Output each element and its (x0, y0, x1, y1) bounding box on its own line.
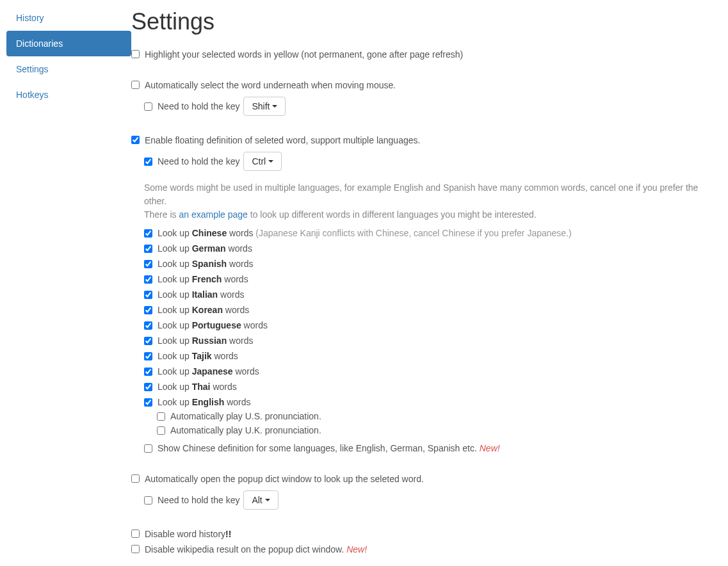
lang-checkbox-french[interactable] (144, 275, 152, 284)
autopopup-checkbox[interactable] (131, 474, 140, 483)
lang-label-tajik: Look up Tajik words (158, 350, 238, 362)
sidebar-nav: HistoryDictionariesSettingsHotkeys (6, 5, 131, 566)
lang-checkbox-german[interactable] (144, 245, 152, 253)
sidebar-item-settings[interactable]: Settings (6, 56, 131, 82)
lang-checkbox-korean[interactable] (144, 306, 152, 314)
lang-checkbox-english[interactable] (144, 398, 152, 407)
lang-checkbox-portuguese[interactable] (144, 321, 152, 330)
floating-holdkey-label: Need to hold the key (158, 155, 239, 168)
autopopup-holdkey-label: Need to hold the key (158, 494, 239, 506)
lang-label-french: Look up French words (158, 273, 248, 286)
lang-label-chinese: Look up Chinese words (Japanese Kanji co… (158, 227, 572, 239)
lang-label-english: Look up English words (158, 396, 251, 408)
english-sub-checkbox-1[interactable] (157, 426, 165, 435)
english-sub-label-0: Automatically play U.S. pronunciation. (170, 410, 321, 423)
lang-checkbox-japanese[interactable] (144, 368, 152, 376)
lang-checkbox-thai[interactable] (144, 383, 152, 391)
autopopup-label: Automatically open the popup dict window… (145, 473, 424, 485)
autoselect-label: Automatically select the word underneath… (145, 79, 396, 92)
main-content: Settings Highlight your selected words i… (131, 5, 728, 566)
sidebar-item-hotkeys[interactable]: Hotkeys (6, 82, 131, 108)
floating-label: Enable floating definition of seleted wo… (145, 134, 420, 147)
autoselect-checkbox[interactable] (131, 81, 140, 89)
chinese-def-checkbox[interactable] (144, 444, 152, 453)
disable-wikipedia-label: Disable wikipedia result on the popup di… (145, 543, 367, 556)
lang-label-spanish: Look up Spanish words (158, 257, 253, 270)
example-page-link[interactable]: an example page (179, 209, 247, 220)
lang-checkbox-tajik[interactable] (144, 352, 152, 360)
caret-down-icon (268, 160, 273, 163)
floating-checkbox[interactable] (131, 136, 140, 144)
floating-holdkey-dropdown[interactable]: Ctrl (243, 152, 282, 171)
autoselect-holdkey-dropdown[interactable]: Shift (243, 97, 286, 116)
floating-holdkey-checkbox[interactable] (144, 158, 152, 166)
disable-history-label: Disable word history!! (145, 528, 231, 540)
highlight-checkbox[interactable] (131, 50, 140, 58)
lang-label-korean: Look up Korean words (158, 303, 249, 316)
autoselect-holdkey-checkbox[interactable] (144, 102, 152, 111)
lang-label-japanese: Look up Japanese words (158, 365, 259, 378)
lang-checkbox-italian[interactable] (144, 291, 152, 299)
floating-help-text: Some words might be used in multiple lan… (144, 181, 723, 222)
lang-checkbox-chinese[interactable] (144, 229, 152, 238)
english-sub-checkbox-0[interactable] (157, 412, 165, 421)
lang-checkbox-spanish[interactable] (144, 260, 152, 268)
disable-history-checkbox[interactable] (131, 530, 140, 538)
lang-label-russian: Look up Russian words (158, 334, 253, 347)
lang-label-portuguese: Look up Portuguese words (158, 319, 268, 332)
sidebar-item-dictionaries[interactable]: Dictionaries (6, 31, 131, 56)
autoselect-holdkey-label: Need to hold the key (158, 100, 239, 113)
english-sub-label-1: Automatically play U.K. pronunciation. (170, 424, 321, 437)
sidebar-item-history[interactable]: History (6, 5, 131, 31)
lang-checkbox-russian[interactable] (144, 337, 152, 345)
caret-down-icon (272, 105, 277, 108)
disable-wikipedia-checkbox[interactable] (131, 545, 140, 553)
lang-label-italian: Look up Italian words (158, 288, 244, 301)
autopopup-holdkey-checkbox[interactable] (144, 496, 152, 505)
chinese-def-label: Show Chinese definition for some languag… (158, 442, 500, 455)
lang-label-german: Look up German words (158, 242, 252, 255)
page-title: Settings (131, 5, 723, 38)
caret-down-icon (265, 499, 270, 501)
highlight-label: Highlight your selected words in yellow … (145, 48, 463, 61)
autopopup-holdkey-dropdown[interactable]: Alt (243, 490, 278, 510)
lang-label-thai: Look up Thai words (158, 380, 237, 393)
